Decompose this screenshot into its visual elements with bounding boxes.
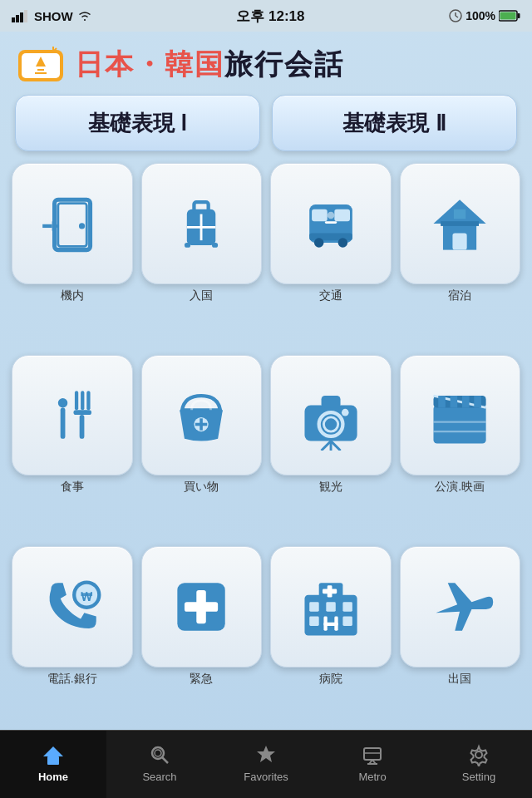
tab-metro[interactable]: Metro — [319, 731, 426, 798]
grid-box-kanko — [270, 355, 392, 476]
grid-box-kinyu — [141, 546, 263, 667]
svg-rect-86 — [323, 589, 337, 594]
grid-item-shokuji[interactable]: 食事 — [12, 355, 133, 539]
svg-rect-40 — [441, 221, 479, 226]
grid-label-kanko: 観光 — [319, 480, 342, 495]
svg-line-57 — [321, 441, 330, 451]
grid-label-kaimono: 買い物 — [184, 480, 219, 495]
svg-point-42 — [58, 398, 67, 407]
svg-rect-46 — [86, 392, 90, 411]
grid-item-kaimono[interactable]: 買い物 — [141, 355, 263, 539]
grid-label-shukoku: 出国 — [448, 672, 471, 687]
svg-rect-1 — [16, 15, 19, 22]
svg-point-33 — [314, 238, 323, 247]
search-tab-icon — [147, 742, 172, 767]
utensils-icon — [37, 379, 108, 451]
grid-item-nyukoku[interactable]: 入国 — [141, 163, 263, 347]
grid-label-kotsu: 交通 — [319, 288, 342, 303]
airplane-icon — [424, 571, 495, 643]
svg-point-99 — [475, 751, 482, 758]
grid-item-shukuhaku[interactable]: 宿泊 — [400, 163, 521, 347]
svg-marker-87 — [43, 746, 63, 756]
svg-point-90 — [152, 747, 164, 759]
luggage-icon — [165, 188, 237, 259]
svg-rect-64 — [451, 396, 458, 407]
home-tab-icon — [41, 742, 66, 767]
status-bar: SHOW 오후 12:18 100% — [0, 0, 532, 32]
tab-search-label: Search — [142, 771, 176, 783]
svg-rect-41 — [454, 209, 466, 219]
svg-rect-74 — [185, 602, 218, 611]
kiso-btn-2[interactable]: 基礎表現 Ⅱ — [272, 95, 517, 151]
kiso-btn-1[interactable]: 基礎表現 Ⅰ — [15, 95, 260, 151]
camera-icon — [295, 379, 367, 451]
grid-item-kotsu[interactable]: 交通 — [270, 163, 392, 347]
grid-label-shokuji: 食事 — [61, 480, 84, 495]
title-rest: 旅行会話 — [224, 48, 344, 80]
grid-box-kotsu — [270, 163, 392, 284]
svg-text:₩: ₩ — [81, 590, 93, 603]
svg-rect-9 — [500, 12, 516, 20]
svg-line-17 — [55, 52, 58, 52]
svg-rect-44 — [75, 392, 78, 411]
category-grid: 機内 入国 — [0, 163, 532, 730]
search-icon — [148, 743, 171, 766]
metro-icon — [361, 743, 384, 766]
grid-item-koen[interactable]: 公演.映画 — [400, 355, 521, 539]
tab-setting[interactable]: Setting — [426, 731, 532, 798]
svg-rect-48 — [79, 415, 84, 439]
svg-point-20 — [79, 223, 85, 229]
clapperboard-icon — [424, 379, 495, 451]
grid-box-kaimono — [141, 355, 263, 476]
svg-point-92 — [155, 750, 161, 756]
tab-search[interactable]: Search — [106, 731, 213, 798]
svg-rect-84 — [323, 623, 337, 626]
tab-bar: Home Search Favorites — [0, 730, 532, 798]
tab-setting-label: Setting — [462, 771, 495, 783]
bus-icon — [295, 188, 367, 259]
house-icon — [424, 188, 495, 259]
grid-item-shukoku[interactable]: 出国 — [400, 546, 521, 730]
battery-icon — [499, 10, 520, 22]
svg-rect-77 — [309, 602, 318, 611]
app-title: 日本・韓国旅行会話 — [75, 49, 344, 80]
svg-point-34 — [337, 238, 347, 247]
svg-line-6 — [456, 16, 458, 17]
svg-rect-89 — [51, 760, 56, 765]
top-buttons-row: 基礎表現 Ⅰ 基礎表現 Ⅱ — [0, 95, 532, 163]
grid-box-koen — [400, 355, 521, 476]
svg-rect-75 — [304, 595, 357, 636]
grid-item-kinai[interactable]: 機内 — [12, 163, 133, 347]
svg-rect-47 — [73, 411, 91, 416]
svg-rect-65 — [462, 396, 470, 407]
grid-box-nyukoku — [141, 163, 263, 284]
grid-item-kinyu[interactable]: 緊急 — [141, 546, 263, 730]
svg-rect-27 — [185, 243, 190, 248]
clock-icon — [449, 9, 462, 22]
grid-label-shukuhaku: 宿泊 — [448, 288, 471, 303]
svg-rect-24 — [195, 202, 209, 211]
home-icon — [42, 743, 65, 766]
svg-rect-30 — [312, 209, 328, 221]
grid-label-kinyu: 緊急 — [190, 672, 213, 687]
carrier-name: SHOW — [34, 9, 73, 23]
tab-favorites[interactable]: Favorites — [213, 731, 319, 798]
svg-rect-8 — [518, 13, 520, 18]
grid-label-byoin: 病院 — [319, 672, 342, 687]
grid-item-kanko[interactable]: 観光 — [270, 355, 392, 539]
svg-rect-60 — [434, 406, 486, 444]
tab-home[interactable]: Home — [0, 731, 106, 798]
grid-item-byoin[interactable]: 病院 — [270, 546, 392, 730]
grid-item-denwa[interactable]: ₩ 電話.銀行 — [12, 546, 133, 730]
svg-rect-78 — [326, 602, 335, 611]
app-logo-icon — [17, 43, 65, 86]
favorites-tab-icon — [254, 742, 278, 767]
svg-point-36 — [327, 211, 334, 219]
svg-rect-35 — [325, 221, 337, 224]
grid-box-shokuji — [12, 355, 133, 476]
svg-line-58 — [331, 441, 340, 451]
title-japanese: 日本・ — [75, 48, 165, 80]
grid-label-koen: 公演.映画 — [435, 480, 485, 495]
svg-point-56 — [342, 409, 349, 416]
setting-tab-icon — [466, 742, 491, 767]
